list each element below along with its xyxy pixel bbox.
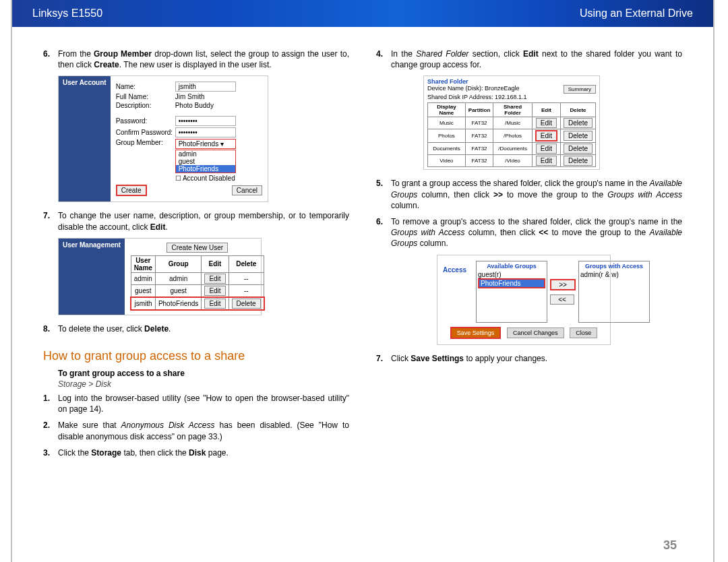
shared-folder-table: Display Name Partition Shared Folder Edi… — [427, 102, 596, 167]
step-text: Click Save Settings to apply your change… — [391, 353, 682, 364]
list-item[interactable]: admin(r & w) — [580, 271, 648, 278]
edit-button[interactable]: Edit — [204, 274, 225, 284]
list-item[interactable]: guest(r) — [478, 271, 545, 278]
edit-button[interactable]: Edit — [536, 156, 557, 166]
table-row: DocumentsFAT32/DocumentsEditDelete — [428, 143, 596, 155]
delete-button[interactable]: Delete — [564, 118, 593, 128]
delete-button[interactable]: Delete — [564, 144, 593, 154]
disk-ip: Shared Disk IP Address: 192.168.1.1 — [427, 94, 526, 100]
group-dropdown[interactable]: PhotoFriends ▾ — [175, 139, 236, 149]
group-option[interactable]: admin — [176, 150, 235, 158]
edit-button[interactable]: Edit — [204, 286, 225, 296]
step-text: To change the user name, description, or… — [58, 210, 349, 232]
fullname-label: Full Name: — [116, 93, 175, 100]
table-row: guest guest Edit -- — [131, 284, 264, 297]
step-number: 3. — [43, 447, 58, 458]
table-row: admin admin Edit -- — [131, 272, 264, 284]
description-value: Photo Buddy — [175, 102, 214, 109]
table-row: PhotosFAT32/PhotosEditDelete — [428, 129, 596, 143]
group-option[interactable]: guest — [176, 158, 235, 165]
step-text: From the Group Member drop-down list, se… — [58, 49, 349, 70]
close-button[interactable]: Close — [570, 327, 597, 338]
edit-button[interactable]: Edit — [536, 144, 557, 154]
access-screenshot: Access Available Groups guest(r) PhotoFr… — [437, 255, 611, 345]
header-left: Linksys E1550 — [32, 7, 102, 20]
user-account-screenshot: User Account Name:jsmith Full Name:Jim S… — [58, 75, 268, 202]
step-text: Log into the browser-based utility (see … — [58, 393, 349, 414]
step-number: 2. — [43, 420, 58, 441]
step-number: 8. — [43, 323, 58, 334]
step-text: To grant a group access the shared folde… — [391, 178, 682, 211]
step-number: 6. — [43, 49, 58, 70]
left-column: 6. From the Group Member drop-down list,… — [43, 49, 349, 464]
col-header: Delete — [229, 255, 264, 272]
section-heading: How to grant group access to a share — [43, 349, 349, 363]
confirm-password-label: Confirm Password: — [116, 129, 175, 136]
step-text: Make sure that Anonymous Disk Access has… — [58, 420, 349, 441]
password-label: Password: — [116, 117, 175, 125]
move-left-button[interactable]: << — [550, 294, 574, 305]
panel-title: Shared Folder — [427, 78, 596, 85]
step-text: To delete the user, click Delete. — [58, 323, 349, 334]
summary-button[interactable]: Summary — [564, 85, 596, 94]
step-number: 4. — [376, 49, 391, 70]
panel-title: User Management — [59, 239, 125, 315]
create-new-user-button[interactable]: Create New User — [166, 243, 228, 253]
edit-button[interactable]: Edit — [536, 118, 557, 128]
password-input[interactable]: •••••••• — [175, 116, 236, 126]
confirm-password-input[interactable]: •••••••• — [175, 127, 236, 137]
table-row: MusicFAT32/MusicEditDelete — [428, 117, 596, 129]
name-label: Name: — [116, 83, 175, 90]
step-text: To remove a group's access to the shared… — [391, 216, 682, 249]
step-number: 7. — [376, 353, 391, 364]
panel-title: User Account — [59, 76, 111, 201]
edit-button[interactable]: Edit — [204, 299, 225, 309]
page-number: 35 — [663, 538, 677, 553]
save-settings-button[interactable]: Save Settings — [450, 327, 502, 339]
list-item-selected[interactable]: PhotoFriends — [478, 278, 545, 288]
description-label: Description: — [116, 102, 175, 109]
group-option-selected[interactable]: PhotoFriends — [176, 165, 235, 173]
step-text: Click the Storage tab, then click the Di… — [58, 447, 349, 458]
col-header: Edit — [202, 255, 229, 272]
delete-button[interactable]: Delete — [232, 299, 261, 309]
device-name: Device Name (Disk): BronzeEagle — [427, 85, 526, 92]
step-number: 1. — [43, 393, 58, 414]
available-groups-list[interactable]: Available Groups guest(r) PhotoFriends — [476, 261, 547, 323]
panel-title: Access — [443, 261, 466, 323]
groups-with-access-list[interactable]: Groups with Access admin(r & w) — [578, 261, 650, 323]
user-management-screenshot: User Management Create New User User Nam… — [58, 238, 262, 315]
name-input[interactable]: jsmith — [175, 82, 236, 92]
account-disabled-checkbox[interactable]: ☐ Account Disabled — [175, 175, 235, 182]
right-column: 4.In the Shared Folder section, click Ed… — [376, 49, 682, 464]
step-text: In the Shared Folder section, click Edit… — [391, 49, 682, 70]
table-row: VideoFAT32/VideoEditDelete — [428, 155, 596, 167]
step-number: 5. — [376, 178, 391, 211]
table-row: jsmith PhotoFriends Edit Delete — [131, 297, 264, 310]
nav-path: Storage > Disk — [58, 379, 349, 389]
user-table: User Name Group Edit Delete admin admin … — [130, 255, 264, 311]
create-button[interactable]: Create — [116, 185, 147, 196]
delete-button[interactable]: Delete — [564, 156, 593, 166]
shared-folder-screenshot: Shared Folder Device Name (Disk): Bronze… — [423, 75, 600, 170]
delete-button[interactable]: Delete — [564, 131, 593, 141]
cancel-button[interactable]: Cancel — [232, 185, 262, 195]
edit-button[interactable]: Edit — [535, 130, 557, 142]
sub-heading: To grant group access to a share — [58, 369, 349, 378]
step-number: 7. — [43, 210, 58, 232]
move-right-button[interactable]: >> — [550, 279, 576, 290]
header-right: Using an External Drive — [580, 7, 693, 20]
step-number: 6. — [376, 216, 391, 249]
page-header: Linksys E1550 Using an External Drive — [12, 0, 713, 27]
fullname-value: Jim Smith — [175, 93, 205, 100]
col-header: Group — [155, 255, 201, 272]
cancel-changes-button[interactable]: Cancel Changes — [507, 327, 564, 338]
group-dropdown-list: admin guest PhotoFriends — [175, 150, 236, 173]
group-label: Group Member: — [116, 139, 175, 146]
col-header: User Name — [131, 255, 155, 272]
